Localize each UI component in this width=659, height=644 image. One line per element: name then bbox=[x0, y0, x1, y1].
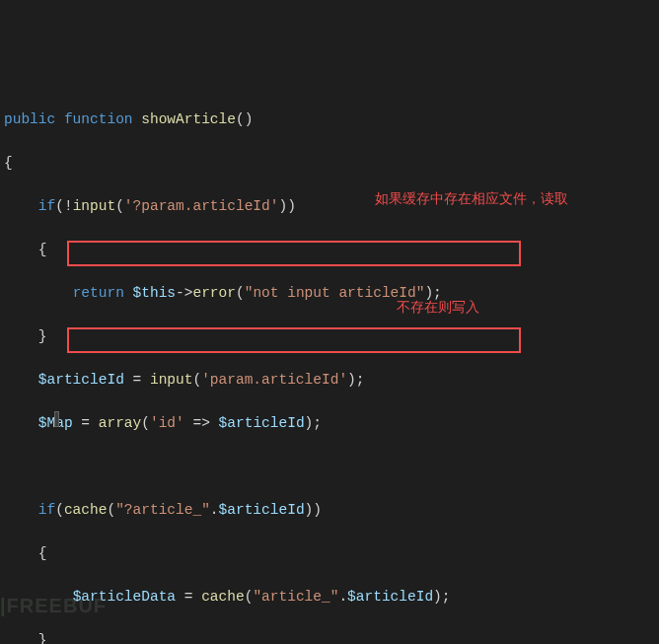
code-line: $articleData = cache("article_".$article… bbox=[4, 586, 659, 608]
code-line: { bbox=[4, 239, 659, 260]
code-line: if(cache("?article_".$articleId)) bbox=[4, 499, 659, 521]
code-line bbox=[4, 456, 659, 477]
code-line: return $this->error("not input articleId… bbox=[4, 282, 659, 304]
annotation-write-cache: 不存在则写入 bbox=[397, 296, 479, 318]
code-line: { bbox=[4, 542, 659, 564]
code-line: public function showArticle() bbox=[4, 108, 659, 130]
annotation-read-cache: 如果缓存中存在相应文件，读取 bbox=[375, 187, 568, 209]
cursor-indicator bbox=[54, 411, 59, 427]
code-line: $Map = array('id' => $articleId); bbox=[4, 412, 659, 434]
code-line: { bbox=[4, 152, 659, 174]
code-line: } bbox=[4, 325, 659, 347]
code-line: } bbox=[4, 629, 659, 644]
code-line: $articleId = input('param.articleId'); bbox=[4, 369, 659, 391]
code-editor: public function showArticle() { if(!inpu… bbox=[0, 87, 659, 644]
